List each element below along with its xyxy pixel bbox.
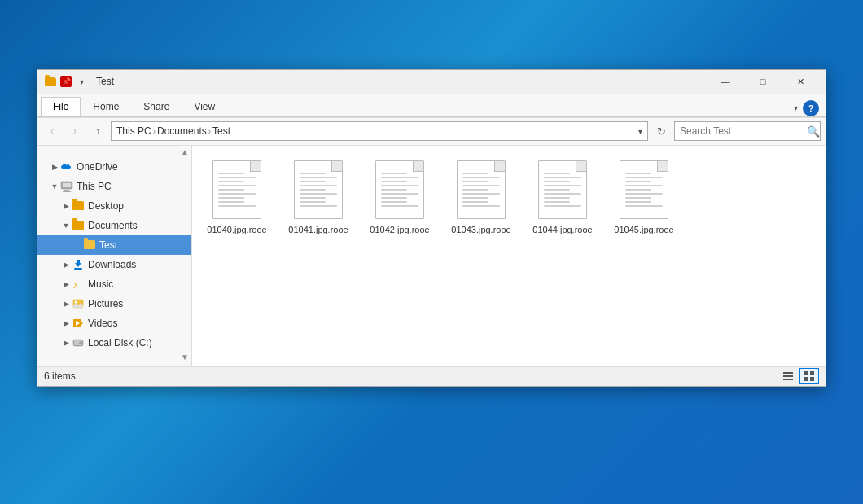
title-bar-icons: 📌 ▾ [44,75,88,88]
up-button[interactable]: ↑ [88,121,107,141]
sidebar-item-music[interactable]: ▶ ♪ Music [37,274,191,294]
tab-view[interactable]: View [182,97,227,116]
sidebar-label-videos: Videos [88,318,117,329]
path-dropdown-arrow[interactable]: ▾ [638,127,642,136]
file-item[interactable]: 01041.jpg.rooe [282,154,355,239]
file-item[interactable]: 01043.jpg.rooe [445,154,518,239]
svg-rect-15 [783,375,793,377]
doc-page [538,160,587,219]
file-name: 01042.jpg.rooe [370,224,429,235]
file-name: 01040.jpg.rooe [207,224,266,235]
search-box: 🔍 [674,121,821,141]
file-item[interactable]: 01042.jpg.rooe [363,154,436,239]
sidebar-scroll-down[interactable]: ▼ [180,353,190,362]
expand-arrow-desktop[interactable]: ▶ [60,200,72,212]
ribbon-expand-icon[interactable]: ▾ [794,103,798,112]
tab-file[interactable]: File [41,97,81,116]
file-thumb [615,157,673,222]
music-icon: ♪ [72,278,85,291]
sidebar-item-onedrive[interactable]: ▶ OneDrive [37,157,191,177]
close-button[interactable]: ✕ [782,69,819,94]
sidebar-scroll-up[interactable]: ▲ [180,147,190,157]
search-input[interactable] [675,125,807,137]
expand-arrow-videos[interactable]: ▶ [60,318,72,329]
sidebar-label-music: Music [88,278,113,290]
search-icon[interactable]: 🔍 [807,121,820,141]
sidebar-item-documents[interactable]: ▼ Documents [37,216,191,235]
tab-home[interactable]: Home [81,97,131,116]
path-test[interactable]: Test [212,125,230,137]
folder-icon-title [44,75,57,88]
sidebar-label-documents: Documents [88,220,138,231]
file-area: 01040.jpg.rooe 01041.jpg.rooe 01042.jpg.… [192,146,826,366]
minimize-button[interactable]: — [707,69,744,94]
doc-page [294,160,343,219]
path-this-pc[interactable]: This PC [116,125,151,137]
help-button[interactable]: ? [803,100,819,116]
file-name: 01043.jpg.rooe [451,224,510,235]
downloads-icon [72,258,85,271]
svg-rect-16 [783,379,793,380]
doc-page [212,160,261,219]
path-documents[interactable]: Documents [157,125,207,137]
doc-lines [625,173,663,207]
svg-rect-20 [810,377,814,381]
svg-rect-17 [804,371,808,375]
view-buttons [778,368,819,384]
file-item[interactable]: 01045.jpg.rooe [607,154,681,239]
sidebar-label-onedrive: OneDrive [77,161,118,173]
back-button[interactable]: ‹ [42,121,62,141]
tab-share[interactable]: Share [131,97,182,116]
expand-arrow-thispc[interactable]: ▼ [49,181,60,192]
disk-icon [72,336,85,349]
expand-arrow-downloads[interactable]: ▶ [60,259,72,270]
sidebar-item-videos[interactable]: ▶ Videos [37,313,191,333]
sidebar-label-test: Test [99,239,117,251]
doc-lines [544,173,581,207]
main-content: ▲ ▶ OneDrive ▼ This PC ▶ [37,146,826,366]
file-thumb [452,157,510,222]
sidebar-label-downloads: Downloads [88,259,136,270]
sidebar-item-test[interactable]: Test [37,235,191,255]
expand-arrow-documents[interactable]: ▼ [60,220,72,231]
test-folder-icon [83,239,96,252]
sidebar-item-downloads[interactable]: ▶ Downloads [37,255,191,274]
svg-marker-9 [81,322,83,325]
doc-page [375,160,424,219]
sidebar-item-pictures[interactable]: ▶ Pictures [37,294,191,313]
sidebar-item-localdisk[interactable]: ▶ Local Disk (C:) [37,333,191,353]
videos-icon [72,317,85,330]
path-chevron-2: › [208,127,211,136]
doc-lines [381,173,418,207]
svg-rect-2 [64,190,69,191]
doc-lines [300,173,337,207]
sidebar-label-localdisk: Local Disk (C:) [88,337,152,348]
doc-page [620,160,668,219]
file-item[interactable]: 01040.jpg.rooe [200,154,274,239]
address-path[interactable]: This PC › Documents › Test ▾ [111,121,648,141]
file-explorer-window: 📌 ▾ Test — □ ✕ File Home Share View ▾ ? … [37,69,826,387]
sidebar-item-thispc[interactable]: ▼ This PC [37,177,191,196]
refresh-button[interactable]: ↻ [651,121,671,141]
expand-arrow-onedrive[interactable]: ▶ [49,161,60,173]
address-bar: ‹ › ↑ This PC › Documents › Test ▾ ↻ 🔍 [37,118,826,146]
svg-rect-1 [63,183,71,187]
expand-arrow-music[interactable]: ▶ [60,278,72,290]
dropdown-arrow-icon[interactable]: ▾ [75,75,88,88]
window-controls: — □ ✕ [707,69,819,94]
file-thumb [370,157,429,222]
details-view-button[interactable] [778,368,798,384]
onedrive-icon [60,160,73,173]
sidebar-item-desktop[interactable]: ▶ Desktop [37,196,191,216]
svg-rect-3 [63,191,71,192]
maximize-button[interactable]: □ [744,69,782,94]
expand-arrow-localdisk[interactable]: ▶ [60,337,72,348]
files-grid: 01040.jpg.rooe 01041.jpg.rooe 01042.jpg.… [200,154,817,239]
forward-button[interactable]: › [65,121,85,141]
sidebar-label-thispc: This PC [77,181,112,192]
file-item[interactable]: 01044.jpg.rooe [526,154,599,239]
path-chevron-1: › [153,127,156,136]
svg-rect-14 [783,372,793,374]
large-icons-view-button[interactable] [799,368,819,384]
expand-arrow-pictures[interactable]: ▶ [60,298,72,309]
